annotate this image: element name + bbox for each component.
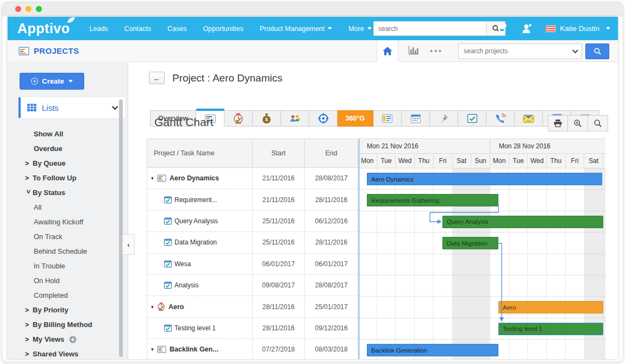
maximize-window-icon[interactable] xyxy=(36,6,42,12)
store-icon[interactable] xyxy=(496,23,508,34)
caret-down-icon xyxy=(68,80,73,83)
tab-calls[interactable] xyxy=(486,110,515,127)
sidebar-item-on-track[interactable]: On Track xyxy=(8,229,128,244)
team-icon xyxy=(289,114,301,123)
app-header-bar: PROJECTS ••• xyxy=(8,40,618,62)
browser-page: Apptivo Leads Contacts Cases Opportuniti… xyxy=(8,17,618,359)
tab-budget[interactable]: $ xyxy=(253,110,281,127)
sidebar-item-show-all[interactable]: Show All xyxy=(8,127,128,141)
table-row[interactable]: Query Analysis 25/11/2016 06/12/2016 xyxy=(147,211,358,232)
home-button[interactable] xyxy=(377,40,398,62)
tab-emails[interactable] xyxy=(515,110,543,127)
back-button[interactable]: ← xyxy=(149,72,165,84)
sidebar-item-overdue[interactable]: Overdue xyxy=(8,141,128,156)
reports-button[interactable] xyxy=(408,45,419,57)
nav-links: Leads Contacts Cases Opportunities Produ… xyxy=(90,25,388,33)
gantt-bar-query-analysis[interactable]: Query Analysis xyxy=(442,216,603,228)
tab-calendar[interactable] xyxy=(402,110,430,127)
target-icon xyxy=(318,113,329,124)
expand-caret-icon[interactable]: ▾ xyxy=(151,175,157,181)
sidebar-item-by-status[interactable]: >By Status xyxy=(8,185,128,200)
zoom-in-button[interactable] xyxy=(568,115,588,131)
flag-icon xyxy=(546,26,556,32)
nav-item-contacts[interactable]: Contacts xyxy=(124,25,151,33)
sidebar-item-by-priority[interactable]: >By Priority xyxy=(8,303,128,317)
nav-item-product-management[interactable]: Product Management xyxy=(260,25,333,33)
expand-caret-icon[interactable]: ▾ xyxy=(151,347,157,352)
gantt-bar-backlink-generation[interactable]: Backlink Generation xyxy=(367,344,498,356)
task-icon xyxy=(164,217,172,225)
nav-item-leads[interactable]: Leads xyxy=(90,25,108,33)
tab-tasks[interactable] xyxy=(458,110,486,127)
sidebar-list: Show All Overdue >By Queue >To Follow Up… xyxy=(8,127,128,359)
tab-timesheets[interactable]: 1 xyxy=(224,110,253,127)
timer-icon: 1 xyxy=(233,113,243,124)
table-row[interactable]: Analysis 09/08/2017 28/08/2017 xyxy=(147,275,358,296)
sidebar-item-on-hold[interactable]: On Hold xyxy=(8,273,128,288)
table-row[interactable]: ▾Aero Dynamics 21/11/2016 28/08/2017 xyxy=(147,168,358,189)
sidebar-collapse-button[interactable]: ‹ xyxy=(122,234,135,255)
global-search-input[interactable] xyxy=(373,21,486,36)
table-row[interactable]: ▾1Aero 28/11/2016 25/01/2017 xyxy=(147,296,358,317)
gantt-bar-data-migration[interactable]: Data Migration xyxy=(442,237,498,249)
create-button[interactable]: + Create xyxy=(20,73,84,90)
task-icon xyxy=(164,239,172,246)
sidebar-item-completed[interactable]: Completed xyxy=(8,288,128,303)
sidebar-item-by-billing-method[interactable]: >By Billing Method xyxy=(8,317,128,332)
app-window: Apptivo Leads Contacts Cases Opportuniti… xyxy=(2,2,623,362)
minimize-window-icon[interactable] xyxy=(26,6,32,12)
task-icon xyxy=(164,281,172,289)
user-icon[interactable] xyxy=(522,23,533,34)
table-row[interactable]: Wesa 06/01/2017 06/01/2017 xyxy=(147,254,358,275)
gantt-bar-requirements-gathering[interactable]: Requirements Gathering xyxy=(367,194,498,206)
tab-360-view[interactable]: 360°G xyxy=(338,110,373,127)
expand-caret-icon[interactable]: ▾ xyxy=(151,304,157,310)
table-row[interactable]: ▾Backlink Gen... 07/27/2018 08/03/2018 xyxy=(147,339,358,359)
sidebar-item-to-follow-up[interactable]: >To Follow Up xyxy=(8,171,128,185)
gantt-chart: Mon 21 Nov 2016 Mon 28 Nov 2016 Mon Tue … xyxy=(358,139,605,359)
main-panel: ← Project : Aero Dynamics Overview 1 $ xyxy=(128,62,618,359)
print-button[interactable] xyxy=(548,115,568,131)
week-header: Mon 21 Nov 2016 xyxy=(358,139,490,153)
tab-news-feed[interactable] xyxy=(373,110,402,127)
gantt-bar-testing-level-1[interactable]: Testing level 1 xyxy=(498,323,603,335)
apptivo-logo[interactable]: Apptivo xyxy=(17,21,78,36)
add-view-button[interactable] xyxy=(69,336,77,343)
sidebar-item-behind-schedule[interactable]: Behind Schedule xyxy=(8,244,128,259)
sidebar-item-by-queue[interactable]: >By Queue xyxy=(8,156,128,171)
search-options-dropdown[interactable] xyxy=(567,44,582,59)
project-search-button[interactable] xyxy=(585,43,609,59)
sidebar-item-my-views[interactable]: >My Views xyxy=(8,332,128,347)
milestone-timer-icon: 1 xyxy=(157,302,165,311)
more-options-button[interactable]: ••• xyxy=(430,47,443,55)
table-row[interactable]: Requirement... 21/11/2016 28/11/2016 xyxy=(147,189,358,210)
sidebar-item-all[interactable]: All xyxy=(8,200,128,215)
col-name: Project / Task Name xyxy=(147,139,253,167)
gantt-bar-aero-dynamics[interactable]: Aero Dynamics xyxy=(367,173,602,185)
sidebar-lists-header[interactable]: Lists xyxy=(18,97,125,118)
navbar-right: Katie Dustin xyxy=(482,17,610,40)
nav-item-more[interactable]: More xyxy=(348,25,371,33)
sidebar-item-shared-views[interactable]: >Shared Views xyxy=(8,347,128,359)
tab-team[interactable] xyxy=(281,110,309,127)
sidebar-item-awaiting-kickoff[interactable]: Awaiting Kickoff xyxy=(8,215,128,229)
zoom-out-button[interactable] xyxy=(588,115,608,131)
section-title: Gantt Chart xyxy=(154,116,214,129)
gantt-left-edge xyxy=(358,139,360,359)
sidebar-scrollbar[interactable] xyxy=(119,99,123,357)
sidebar-item-in-trouble[interactable]: In Trouble xyxy=(8,259,128,273)
brand-text: Apptivo xyxy=(17,21,70,36)
gantt-bar-aero[interactable]: Aero xyxy=(498,301,603,313)
tab-follow-ups[interactable] xyxy=(430,110,458,127)
tab-target[interactable] xyxy=(309,110,338,127)
user-menu[interactable]: Katie Dustin xyxy=(546,24,610,33)
table-row[interactable]: Testing level 1 28/11/2016 09/12/2016 xyxy=(147,318,358,339)
close-window-icon[interactable] xyxy=(15,6,21,12)
project-tabs: Overview 1 $ 360° xyxy=(150,109,599,127)
nav-item-cases[interactable]: Cases xyxy=(167,25,186,33)
task-check-icon xyxy=(467,114,478,123)
nav-item-opportunities[interactable]: Opportunities xyxy=(203,25,243,33)
table-row[interactable]: Data Migration 25/11/2016 28/11/2016 xyxy=(147,232,358,253)
project-search-input[interactable] xyxy=(459,47,567,55)
task-icon xyxy=(164,324,172,332)
